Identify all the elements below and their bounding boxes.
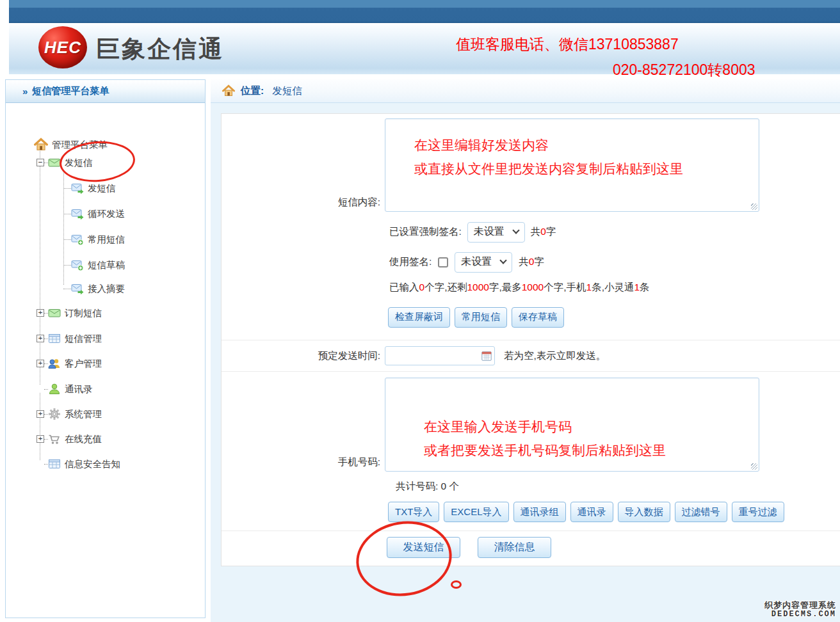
tree-node[interactable] xyxy=(36,460,44,468)
mail-send-icon xyxy=(71,182,84,195)
total-numbers-text: 共计号码: 0 个 xyxy=(396,480,459,493)
save-draft-button[interactable]: 保存草稿 xyxy=(512,307,564,328)
breadcrumb: 位置: 发短信 xyxy=(211,79,840,103)
table-icon xyxy=(48,458,61,470)
sidebar-item-label: 接入摘要 xyxy=(88,283,125,295)
hec-logo: HEC xyxy=(38,26,87,68)
use-signature-value: 未设置 xyxy=(461,255,492,269)
chevron-down-icon xyxy=(500,257,507,264)
sidebar-item-3-mail-send-icon[interactable]: 发短信 xyxy=(63,180,116,196)
sms-content-hint-1: 在这里编辑好发送内容 xyxy=(414,133,549,157)
breadcrumb-current: 发短信 xyxy=(272,84,302,98)
import-data-button[interactable]: 导入数据 xyxy=(618,502,670,522)
users-icon xyxy=(48,357,61,370)
forced-signature-label: 已设置强制签名: xyxy=(389,225,462,239)
mail-send-icon xyxy=(71,207,84,220)
sidebar-item-4-mail-send-icon[interactable]: 循环发送 xyxy=(63,205,125,222)
tree-connector-stub xyxy=(63,239,71,240)
phone-numbers-label: 手机号码: xyxy=(222,456,385,472)
sidebar-title-text: 短信管理平台菜单 xyxy=(32,85,109,97)
phone-hint-2: 或者把要发送手机号码复制后粘贴到这里 xyxy=(424,438,666,462)
forced-signature-count: 共0字 xyxy=(531,225,556,239)
contacts-button[interactable]: 通讯录 xyxy=(570,502,613,522)
sidebar-item-8-mail-open-icon[interactable]: +订制短信 xyxy=(36,305,102,321)
mail-add-icon xyxy=(71,233,84,246)
sidebar-item-14-table-icon[interactable]: 信息安全告知 xyxy=(36,456,120,472)
clear-info-button[interactable]: 清除信息 xyxy=(478,537,551,558)
sidebar-item-label: 短信管理 xyxy=(65,333,102,345)
person-icon xyxy=(48,383,61,395)
mail-send-icon xyxy=(71,282,84,295)
sms-content-textarea[interactable]: 在这里编辑好发送内容 或直接从文件里把发送内容复制后粘贴到这里 xyxy=(385,118,759,212)
tree-connector-stub xyxy=(63,265,71,266)
sms-content-label: 短信内容: xyxy=(222,196,385,212)
home-icon xyxy=(222,84,235,97)
service-phone-line1: 值班客服电话、微信13710853887 xyxy=(456,35,679,54)
use-signature-label: 使用签名: xyxy=(389,255,432,269)
expand-icon[interactable]: + xyxy=(36,309,44,317)
filter-wrong-number-button[interactable]: 过滤错号 xyxy=(675,502,727,522)
sidebar-item-label: 短信草稿 xyxy=(88,259,125,271)
sidebar-item-label: 常用短信 xyxy=(88,234,125,246)
sidebar-item-label: 循环发送 xyxy=(88,208,125,220)
mail-open-icon xyxy=(48,307,61,319)
sidebar-item-10-users-icon[interactable]: +客户管理 xyxy=(36,355,102,372)
header: HEC 巨象企信通 值班客服电话、微信13710853887 020-85272… xyxy=(9,23,840,74)
check-blocked-words-button[interactable]: 检查屏蔽词 xyxy=(388,307,450,328)
divider xyxy=(222,340,840,340)
service-phone-line2: 020-85272100转8003 xyxy=(613,60,755,80)
resize-grip-icon[interactable] xyxy=(751,463,757,470)
excel-import-button[interactable]: EXCEL导入 xyxy=(444,502,508,522)
sidebar-item-5-mail-add-icon[interactable]: 常用短信 xyxy=(63,231,125,248)
mail-open-icon xyxy=(48,156,61,169)
sidebar-item-label: 通讯录 xyxy=(65,383,93,395)
expand-icon[interactable]: + xyxy=(36,335,44,342)
sidebar-item-6-mail-add-icon[interactable]: 短信草稿 xyxy=(63,257,125,273)
calendar-icon[interactable] xyxy=(481,351,492,361)
sidebar-item-label: 客户管理 xyxy=(65,358,102,370)
divider xyxy=(222,371,840,372)
duplicate-filter-button[interactable]: 重号过滤 xyxy=(732,502,784,522)
watermark-line2: DEDECMS.COM xyxy=(764,610,836,619)
contact-group-button[interactable]: 通讯录组 xyxy=(513,502,566,522)
resize-grip-icon[interactable] xyxy=(751,203,757,210)
chevron-down-icon xyxy=(512,227,519,234)
sidebar-item-13-cart-icon[interactable]: +在线充值 xyxy=(36,431,102,447)
use-signature-checkbox[interactable] xyxy=(438,257,448,267)
expand-icon[interactable]: + xyxy=(36,410,44,418)
phone-numbers-textarea[interactable]: 在这里输入发送手机号码 或者把要发送手机号码复制后粘贴到这里 xyxy=(385,378,759,472)
sidebar-item-label: 信息安全告知 xyxy=(65,458,120,470)
sidebar-title: » 短信管理平台菜单 xyxy=(6,80,205,103)
sidebar-item-label: 在线充值 xyxy=(65,433,102,445)
schedule-time-label: 预定发送时间: xyxy=(222,349,385,363)
forced-signature-select[interactable]: 未设置 xyxy=(467,222,525,243)
tree-connector-stub xyxy=(63,214,71,214)
sidebar-title-arrow: » xyxy=(22,86,28,97)
schedule-time-input[interactable] xyxy=(385,346,495,365)
sidebar-item-label: 发短信 xyxy=(88,182,116,195)
red-dot-annotation xyxy=(451,580,462,589)
expand-icon[interactable]: + xyxy=(36,360,44,367)
sidebar-item-12-gear-icon[interactable]: +系统管理 xyxy=(36,406,102,422)
phone-hint-1: 在这里输入发送手机号码 xyxy=(424,415,572,438)
tree-node[interactable] xyxy=(36,385,44,393)
home-icon xyxy=(34,138,48,152)
main-panel: 位置: 发短信 短信内容: 在这里编辑好发送内容 或直接从文件里把发送内容复制后… xyxy=(211,79,840,622)
cart-icon xyxy=(48,433,61,445)
char-counter: 已输入0个字,还剩1000字,最多1000个字,手机1条,小灵通1条 xyxy=(389,281,650,294)
use-signature-select[interactable]: 未设置 xyxy=(455,252,512,273)
common-sms-button[interactable]: 常用短信 xyxy=(455,307,507,328)
sidebar-item-7-mail-send-icon[interactable]: 接入摘要 xyxy=(63,280,125,297)
collapse-icon[interactable]: − xyxy=(36,159,44,166)
schedule-hint: 若为空,表示立即发送。 xyxy=(504,349,606,363)
mail-add-icon xyxy=(71,259,84,271)
logo-text: HEC xyxy=(44,38,81,58)
expand-icon[interactable]: + xyxy=(36,435,44,443)
sms-content-hint-2: 或直接从文件里把发送内容复制后粘贴到这里 xyxy=(414,157,683,180)
forced-signature-value: 未设置 xyxy=(474,225,505,239)
sidebar-item-11-person-icon[interactable]: 通讯录 xyxy=(36,381,93,397)
txt-import-button[interactable]: TXT导入 xyxy=(388,502,439,522)
sidebar-item-9-table-icon[interactable]: +短信管理 xyxy=(36,330,102,347)
table-icon xyxy=(48,332,61,345)
app-title: 巨象企信通 xyxy=(96,33,224,65)
